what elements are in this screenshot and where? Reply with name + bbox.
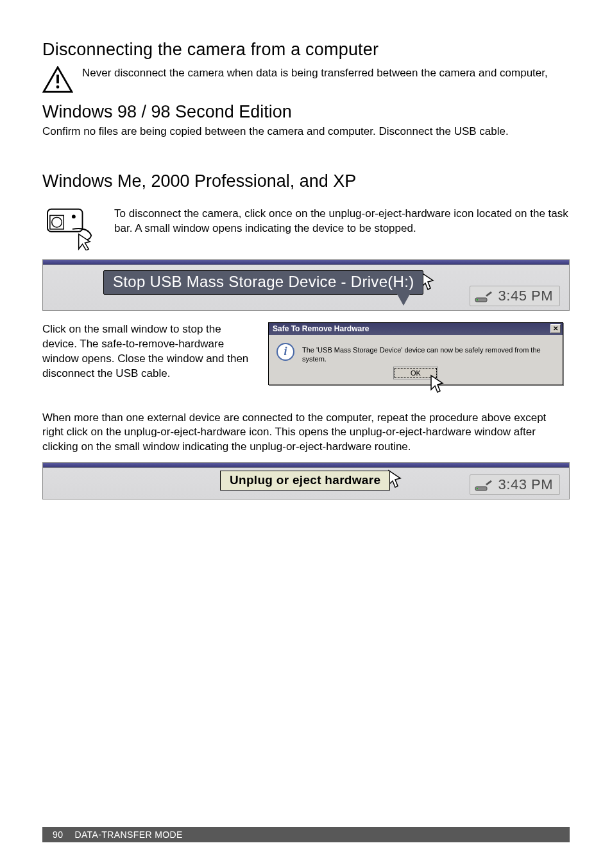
- close-button[interactable]: ✕: [550, 324, 561, 333]
- dialog-title-text: Safe To Remove Hardware: [273, 324, 370, 333]
- me-2000-xp-text: To disconnect the camera, click once on …: [114, 203, 570, 236]
- mouse-cursor-icon: [430, 374, 444, 394]
- win98-text: Confirm no files are being copied betwee…: [42, 125, 570, 139]
- taskbar-screenshot-1: Stop USB Mass Storage Device - Drive(H:)…: [42, 259, 570, 311]
- taskbar-divider: [43, 463, 569, 468]
- heading-win98: Windows 98 / 98 Second Edition: [42, 102, 570, 122]
- page-footer: 90 DATA-TRANSFER MODE: [42, 827, 570, 842]
- tray-clock: 3:43 PM: [498, 476, 553, 493]
- instruction-row: To disconnect the camera, click once on …: [42, 203, 570, 250]
- eject-hardware-tray-icon[interactable]: [474, 478, 493, 492]
- taskbar-divider: [43, 260, 569, 265]
- camera-with-cursor-icon: [42, 203, 99, 250]
- warning-triangle-icon: [42, 66, 73, 93]
- footer-title: DATA-TRANSFER MODE: [74, 829, 182, 840]
- heading-disconnecting: Disconnecting the camera from a computer: [42, 40, 570, 60]
- safe-remove-row: Click on the small window to stop the de…: [42, 322, 570, 385]
- safe-remove-instructions: Click on the small window to stop the de…: [42, 322, 254, 381]
- eject-hardware-tray-icon[interactable]: [474, 289, 493, 303]
- multi-device-text: When more than one external device are c…: [42, 411, 570, 455]
- heading-winme-2000-xp: Windows Me, 2000 Professional, and XP: [42, 171, 570, 191]
- svg-point-2: [56, 85, 60, 89]
- unplug-eject-tooltip[interactable]: Unplug or eject hardware: [220, 471, 390, 490]
- dialog-titlebar: Safe To Remove Hardware ✕: [269, 323, 563, 335]
- tray-clock: 3:45 PM: [498, 288, 553, 304]
- dialog-message: The 'USB Mass Storage Device' device can…: [302, 343, 555, 364]
- system-tray: 3:43 PM: [470, 474, 560, 495]
- info-icon: i: [276, 343, 294, 361]
- warning-block: Never disconnect the camera when data is…: [42, 66, 570, 93]
- svg-point-8: [477, 299, 478, 300]
- svg-point-6: [72, 214, 76, 218]
- page-number: 90: [53, 829, 63, 840]
- taskbar-screenshot-2: Unplug or eject hardware 3:43 PM: [42, 462, 570, 499]
- warning-text: Never disconnect the camera when data is…: [82, 66, 548, 81]
- safe-to-remove-dialog: Safe To Remove Hardware ✕ i The 'USB Mas…: [268, 322, 563, 385]
- svg-point-10: [477, 488, 478, 489]
- system-tray: 3:45 PM: [470, 286, 560, 306]
- stop-device-balloon[interactable]: Stop USB Mass Storage Device - Drive(H:): [103, 270, 423, 295]
- svg-rect-1: [56, 74, 59, 83]
- svg-point-5: [52, 217, 62, 227]
